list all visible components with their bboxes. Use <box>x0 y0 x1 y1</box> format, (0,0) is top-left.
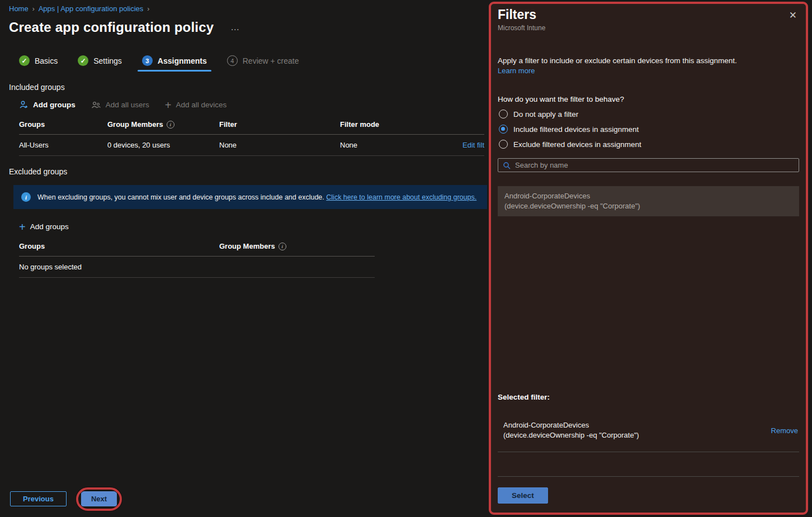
filters-panel-header: Filters Microsoft Intune ✕ <box>498 7 799 32</box>
check-circle-icon: ✓ <box>19 55 30 66</box>
behavior-question: How do you want the filter to behave? <box>498 95 799 103</box>
info-icon[interactable]: i <box>278 243 286 250</box>
excluded-groups-toolbar: + Add groups <box>0 209 489 231</box>
remove-filter-link[interactable]: Remove <box>771 426 798 435</box>
previous-button[interactable]: Previous <box>10 491 67 506</box>
breadcrumb-separator: › <box>32 5 35 13</box>
add-groups-label: Add groups <box>30 222 69 231</box>
banner-text: When excluding groups, you cannot mix us… <box>37 193 476 201</box>
col-groups-header: Groups <box>19 120 107 129</box>
col-groups-header: Groups <box>19 242 219 250</box>
wizard-tabs: ✓ Basics ✓ Settings 3 Assignments 4 Revi… <box>0 35 489 72</box>
add-all-users-label: Add all users <box>106 101 149 109</box>
group-name-cell: All-Users <box>19 141 107 149</box>
excluded-groups-table: Groups Group Members i No groups selecte… <box>19 239 375 278</box>
filter-mode-value: None <box>340 141 357 149</box>
radio-exclude-filtered[interactable]: Exclude filtered devices in assignment <box>499 140 799 149</box>
filter-rule: (device.deviceOwnership -eq "Corporate") <box>504 201 792 211</box>
table-header-row: Groups Group Members i <box>19 239 375 257</box>
more-menu-icon[interactable]: … <box>230 25 240 30</box>
search-icon <box>503 162 511 169</box>
wizard-footer: Previous Next <box>10 491 117 506</box>
main-content: Home › Apps | App configuration policies… <box>0 0 489 517</box>
radio-label: Do not apply a filter <box>513 110 578 118</box>
tab-label: Assignments <box>158 56 207 65</box>
filter-mode-cell: None Edit filt <box>340 141 484 149</box>
add-all-users-button[interactable]: Add all users <box>91 101 149 109</box>
breadcrumb-home-link[interactable]: Home <box>9 4 29 13</box>
add-groups-label: Add groups <box>33 101 75 109</box>
table-header-row: Groups Group Members i Filter Filter mod… <box>19 117 484 135</box>
page-title: Create app configuration policy <box>9 20 214 35</box>
radio-do-not-apply[interactable]: Do not apply a filter <box>499 110 799 118</box>
group-members-cell: 0 devices, 20 users <box>107 141 219 149</box>
learn-more-link[interactable]: Learn more <box>498 67 799 75</box>
radio-label: Include filtered devices in assignment <box>513 125 639 134</box>
plus-icon: + <box>165 101 172 109</box>
add-groups-button[interactable]: Add groups <box>19 101 75 109</box>
person-add-icon <box>19 101 29 109</box>
step-number-icon: 3 <box>142 55 153 66</box>
col-members-label: Group Members <box>107 120 163 129</box>
tab-label: Settings <box>93 56 122 65</box>
included-groups-heading: Included groups <box>0 72 489 92</box>
col-members-header: Group Members i <box>219 242 375 250</box>
tab-review-create[interactable]: 4 Review + create <box>227 55 299 72</box>
breadcrumb-separator: › <box>147 5 149 13</box>
tab-label: Review + create <box>243 56 299 65</box>
search-input[interactable] <box>515 161 794 169</box>
info-icon[interactable]: i <box>167 121 174 129</box>
radio-selected-icon <box>499 125 508 134</box>
info-icon: i <box>21 192 31 202</box>
radio-include-filtered[interactable]: Include filtered devices in assignment <box>499 125 799 134</box>
info-banner: i When excluding groups, you cannot mix … <box>13 185 487 209</box>
next-button[interactable]: Next <box>81 491 117 506</box>
people-icon <box>91 101 101 109</box>
filter-cell: None <box>219 141 340 149</box>
tab-basics[interactable]: ✓ Basics <box>19 55 58 72</box>
panel-description: Apply a filter to include or exclude cer… <box>498 56 799 65</box>
selected-filter-name: Android-CorporateDevices <box>503 420 771 430</box>
selected-filter-row: Android-CorporateDevices (device.deviceO… <box>498 420 799 452</box>
check-circle-icon: ✓ <box>78 55 88 66</box>
filter-result-item[interactable]: Android-CorporateDevices (device.deviceO… <box>498 186 799 216</box>
panel-footer: Select <box>498 476 799 504</box>
tab-settings[interactable]: ✓ Settings <box>78 55 122 72</box>
edit-filter-link[interactable]: Edit filt <box>462 141 484 149</box>
filter-search-box <box>498 158 799 172</box>
breadcrumb-apps-link[interactable]: Apps | App configuration policies <box>39 4 144 13</box>
filters-panel: Filters Microsoft Intune ✕ Apply a filte… <box>489 2 808 515</box>
radio-icon <box>499 110 508 118</box>
col-members-label: Group Members <box>219 242 275 250</box>
selected-filter-rule: (device.deviceOwnership -eq "Corporate") <box>503 430 771 440</box>
radio-icon <box>499 140 508 149</box>
empty-table-row: No groups selected <box>19 257 375 278</box>
step-number-icon: 4 <box>227 55 238 66</box>
close-icon[interactable]: ✕ <box>787 7 799 23</box>
excluded-groups-heading: Excluded groups <box>0 156 489 176</box>
tab-label: Basics <box>35 56 58 65</box>
filter-name: Android-CorporateDevices <box>504 191 792 201</box>
col-filter-header: Filter <box>219 120 340 129</box>
banner-message: When excluding groups, you cannot mix us… <box>37 193 324 201</box>
selected-filter-heading: Selected filter: <box>498 393 799 401</box>
table-row: All-Users 0 devices, 20 users None None … <box>19 135 484 156</box>
panel-subtitle: Microsoft Intune <box>498 24 545 32</box>
included-groups-toolbar: Add groups Add all users + Add all devic… <box>0 92 489 109</box>
col-members-header: Group Members i <box>107 120 219 129</box>
included-groups-table: Groups Group Members i Filter Filter mod… <box>19 117 484 156</box>
add-groups-excluded-button[interactable]: + Add groups <box>19 222 69 231</box>
select-button[interactable]: Select <box>498 487 548 504</box>
banner-learn-more-link[interactable]: Click here to learn more about excluding… <box>326 193 476 201</box>
panel-spacer <box>498 452 799 476</box>
add-all-devices-label: Add all devices <box>176 101 226 109</box>
plus-icon: + <box>19 223 26 231</box>
radio-label: Exclude filtered devices in assignment <box>513 140 641 149</box>
add-all-devices-button[interactable]: + Add all devices <box>165 101 227 109</box>
tab-assignments[interactable]: 3 Assignments <box>142 55 207 72</box>
panel-title: Filters <box>498 7 545 22</box>
no-groups-text: No groups selected <box>19 263 82 271</box>
col-filter-mode-header: Filter mode <box>340 120 484 129</box>
breadcrumb: Home › Apps | App configuration policies… <box>0 0 489 13</box>
